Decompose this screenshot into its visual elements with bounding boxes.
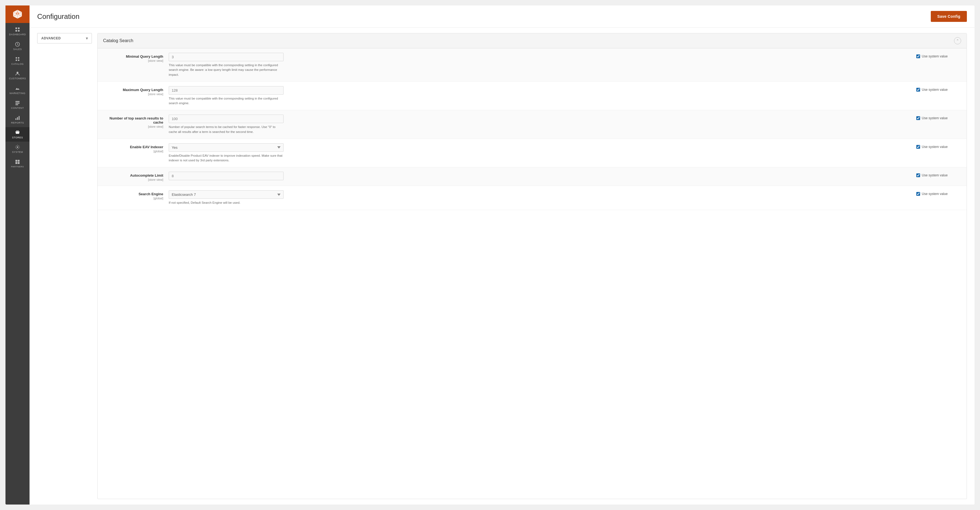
input-with-desc: Elasticsearch 7 Elasticsearch 6 MySQL If… [169, 190, 912, 205]
field-scope: [store view] [103, 178, 163, 181]
sidebar-item-label: MARKETING [10, 92, 25, 95]
section-header: Catalog Search ⌃ [98, 33, 967, 48]
svg-rect-18 [18, 160, 20, 162]
body-area: ADVANCED ▾ Catalog Search ⌃ Minimal Q [30, 28, 975, 505]
field-description: Enable/Disable Product EAV indexer to im… [169, 153, 283, 163]
chevron-up-icon: ⌃ [956, 39, 959, 43]
use-system-value-label: Use system value [922, 192, 948, 196]
search-engine-select[interactable]: Elasticsearch 7 Elasticsearch 6 MySQL [169, 190, 283, 199]
field-scope: [store view] [103, 92, 163, 96]
config-row-top-search-results-cache: Number of top search results to cache [s… [98, 110, 967, 139]
sidebar-item-stores[interactable]: STORES [5, 127, 30, 142]
sidebar-item-label: REPORTS [11, 121, 24, 124]
collapse-section-button[interactable]: ⌃ [954, 37, 961, 44]
sidebar-logo [5, 5, 30, 23]
row-label-col: Enable EAV Indexer [global] [103, 143, 169, 153]
config-row-maximum-query-length: Maximum Query Length [store view] This v… [98, 82, 967, 110]
config-row-autocomplete-limit: Autocomplete Limit [store view] Use syst… [98, 167, 967, 186]
row-input-col: Elasticsearch 7 Elasticsearch 6 MySQL If… [169, 190, 912, 205]
row-system-col: Use system value [912, 172, 961, 177]
left-panel: ADVANCED ▾ [37, 33, 92, 499]
sidebar-item-label: SYSTEM [12, 151, 23, 154]
row-label-col: Minimal Query Length [store view] [103, 53, 169, 62]
field-label: Search Engine [103, 192, 163, 196]
svg-point-16 [17, 147, 18, 148]
use-system-value-label: Use system value [922, 145, 948, 149]
sidebar-item-label: SALES [13, 48, 22, 51]
svg-rect-7 [16, 59, 17, 61]
use-system-value-checkbox[interactable] [916, 192, 920, 196]
field-label: Minimal Query Length [103, 54, 163, 59]
field-description: This value must be compatible with the c… [169, 96, 283, 106]
row-label-col: Number of top search results to cache [s… [103, 115, 169, 128]
sidebar-item-marketing[interactable]: MARKETING [5, 83, 30, 98]
row-system-col: Use system value [912, 86, 961, 92]
sidebar-item-sales[interactable]: SALES [5, 39, 30, 54]
row-system-col: Use system value [912, 190, 961, 196]
row-input-col: Yes No Enable/Disable Product EAV indexe… [169, 143, 912, 163]
chevron-down-icon: ▾ [86, 36, 88, 40]
sidebar-item-customers[interactable]: CUSTOMERS [5, 68, 30, 83]
row-label-col: Maximum Query Length [store view] [103, 86, 169, 96]
row-label-col: Search Engine [global] [103, 190, 169, 200]
svg-rect-6 [18, 57, 19, 59]
scope-dropdown-label: ADVANCED [41, 37, 61, 40]
svg-rect-15 [19, 116, 19, 120]
page-title: Configuration [37, 12, 80, 21]
maximum-query-length-input[interactable] [169, 86, 283, 95]
sidebar-item-label: DASHBOARD [9, 33, 26, 36]
sidebar-item-system[interactable]: SYSTEM [5, 142, 30, 156]
use-system-value-label: Use system value [922, 54, 948, 58]
svg-rect-8 [18, 59, 19, 61]
row-system-col: Use system value [912, 53, 961, 58]
field-description: This value must be compatible with the c… [169, 63, 283, 77]
sidebar-item-label: PARTNERS [11, 166, 24, 168]
svg-rect-1 [18, 28, 20, 29]
input-with-desc [169, 172, 912, 180]
scope-dropdown[interactable]: ADVANCED ▾ [37, 33, 92, 43]
svg-rect-19 [16, 162, 18, 164]
sidebar: DASHBOARD SALES CATALOG CUSTOMERS MARKET… [5, 5, 30, 505]
sidebar-item-label: STORES [12, 136, 23, 139]
field-description: If not specified, Default Search Engine … [169, 201, 283, 205]
sidebar-item-label: CUSTOMERS [9, 77, 26, 80]
page-header: Configuration Save Config [30, 5, 975, 28]
sidebar-item-catalog[interactable]: CATALOG [5, 54, 30, 69]
row-input-col: This value must be compatible with the c… [169, 86, 912, 106]
config-row-enable-eav-indexer: Enable EAV Indexer [global] Yes No Enabl… [98, 139, 967, 167]
use-system-value-checkbox[interactable] [916, 145, 920, 149]
enable-eav-indexer-select[interactable]: Yes No [169, 143, 283, 152]
sidebar-item-reports[interactable]: REPORTS [5, 112, 30, 127]
field-scope: [store view] [103, 59, 163, 62]
field-label: Maximum Query Length [103, 88, 163, 92]
main-content: Configuration Save Config ADVANCED ▾ Cat… [30, 5, 975, 505]
use-system-value-checkbox[interactable] [916, 88, 920, 92]
top-search-results-cache-input[interactable] [169, 115, 283, 123]
use-system-value-label: Use system value [922, 116, 948, 120]
field-description: Number of popular search terms to be cac… [169, 125, 283, 134]
use-system-value-checkbox[interactable] [916, 54, 920, 58]
use-system-value-checkbox[interactable] [916, 116, 920, 120]
field-scope: [store view] [103, 125, 163, 128]
save-config-button[interactable]: Save Config [931, 11, 967, 22]
svg-point-9 [17, 72, 19, 74]
svg-rect-0 [16, 28, 17, 29]
sidebar-item-label: CONTENT [11, 107, 24, 110]
autocomplete-limit-input[interactable] [169, 172, 283, 180]
input-with-desc: This value must be compatible with the c… [169, 86, 912, 106]
sidebar-item-partners[interactable]: PARTNERS [5, 156, 30, 171]
field-label: Enable EAV Indexer [103, 145, 163, 149]
row-input-col [169, 172, 912, 180]
minimal-query-length-input[interactable] [169, 53, 283, 61]
svg-rect-5 [16, 57, 17, 59]
svg-rect-11 [16, 102, 20, 104]
sidebar-item-dashboard[interactable]: DASHBOARD [5, 24, 30, 39]
svg-rect-3 [18, 30, 20, 32]
section-title: Catalog Search [103, 38, 133, 43]
row-input-col: This value must be compatible with the c… [169, 53, 912, 77]
field-scope: [global] [103, 150, 163, 153]
use-system-value-checkbox[interactable] [916, 174, 920, 177]
sidebar-item-label: CATALOG [11, 63, 24, 65]
config-panel: Catalog Search ⌃ Minimal Query Length [s… [97, 33, 967, 499]
sidebar-item-content[interactable]: CONTENT [5, 98, 30, 112]
